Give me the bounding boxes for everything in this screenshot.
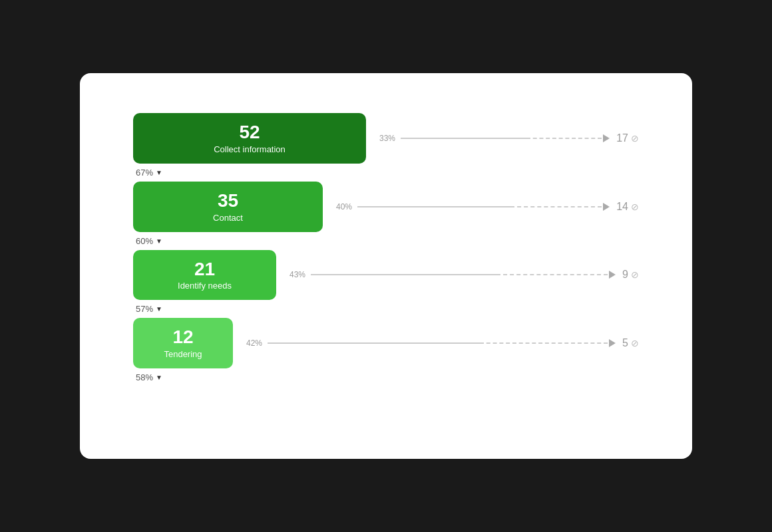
stage-label-contact: Contact xyxy=(213,213,243,223)
lost-pct-identify-needs: 43% xyxy=(290,270,305,279)
lost-pct-tendering: 42% xyxy=(246,338,262,348)
dashed-line-identify-needs xyxy=(496,274,608,275)
funnel-row-collect-information: 52Collect information33%17⊘ xyxy=(133,113,639,164)
dashed-line-collect-information xyxy=(526,138,602,139)
stage-button-tendering[interactable]: 12Tendering xyxy=(133,318,233,368)
lost-count-contact: 14⊘ xyxy=(616,201,639,213)
lost-icon-collect-information: ⊘ xyxy=(631,133,639,144)
arrow-head-identify-needs xyxy=(609,271,616,279)
stage-count-contact: 35 xyxy=(218,191,238,211)
lost-pct-collect-information: 33% xyxy=(379,134,395,143)
arrow-head-tendering xyxy=(609,339,616,347)
lost-count-tendering: 5⊘ xyxy=(622,337,639,349)
lost-count-identify-needs: 9⊘ xyxy=(622,269,639,281)
conv-arrow-tendering: ▼ xyxy=(156,374,162,381)
stage-count-collect-information: 52 xyxy=(239,122,260,143)
lost-icon-identify-needs: ⊘ xyxy=(631,269,639,280)
arrow-section-contact: 40%14⊘ xyxy=(336,201,639,213)
arrow-section-tendering: 42%5⊘ xyxy=(246,337,639,349)
stage-count-tendering: 12 xyxy=(172,327,193,348)
conversion-row-contact: 60% ▼ xyxy=(133,236,639,246)
stage-button-identify-needs[interactable]: 21Identify needs xyxy=(133,250,276,301)
lost-pct-contact: 40% xyxy=(336,202,352,211)
stage-label-identify-needs: Identify needs xyxy=(178,281,232,291)
conversion-row-tendering: 58% ▼ xyxy=(133,372,639,382)
arrow-head-contact xyxy=(603,203,610,211)
conv-arrow-collect-information: ▼ xyxy=(156,169,162,176)
funnel-row-identify-needs: 21Identify needs43%9⊘ xyxy=(133,250,639,301)
lost-number-collect-information: 17 xyxy=(616,132,628,144)
lost-number-identify-needs: 9 xyxy=(622,269,628,281)
conv-arrow-identify-needs: ▼ xyxy=(156,305,162,313)
conv-pct-contact: 60% xyxy=(136,236,153,246)
stage-label-tendering: Tendering xyxy=(164,349,202,359)
dashed-line-contact xyxy=(510,206,602,207)
conv-pct-identify-needs: 57% xyxy=(136,304,153,314)
funnel-row-contact: 35Contact40%14⊘ xyxy=(133,182,639,232)
lost-icon-contact: ⊘ xyxy=(631,201,639,212)
conversion-row-collect-information: 67% ▼ xyxy=(133,168,639,178)
funnel-row-tendering: 12Tendering42%5⊘ xyxy=(133,318,639,368)
stage-label-collect-information: Collect information xyxy=(214,144,286,154)
stage-button-contact[interactable]: 35Contact xyxy=(133,182,323,232)
arrow-section-collect-information: 33%17⊘ xyxy=(379,132,639,144)
stage-button-collect-information[interactable]: 52Collect information xyxy=(133,113,366,164)
stage-count-identify-needs: 21 xyxy=(194,259,215,280)
funnel-card: 52Collect information33%17⊘67% ▼35Contac… xyxy=(80,73,692,459)
lost-count-collect-information: 17⊘ xyxy=(616,132,639,144)
lost-icon-tendering: ⊘ xyxy=(631,338,639,348)
conv-pct-tendering: 58% xyxy=(136,372,153,382)
conv-pct-collect-information: 67% xyxy=(136,168,153,178)
lost-number-tendering: 5 xyxy=(622,337,628,349)
arrow-section-identify-needs: 43%9⊘ xyxy=(290,269,639,281)
conversion-row-identify-needs: 57% ▼ xyxy=(133,304,639,314)
lost-number-contact: 14 xyxy=(616,201,628,213)
conv-arrow-contact: ▼ xyxy=(156,237,162,245)
arrow-head-collect-information xyxy=(603,134,610,142)
dashed-line-tendering xyxy=(480,342,608,344)
